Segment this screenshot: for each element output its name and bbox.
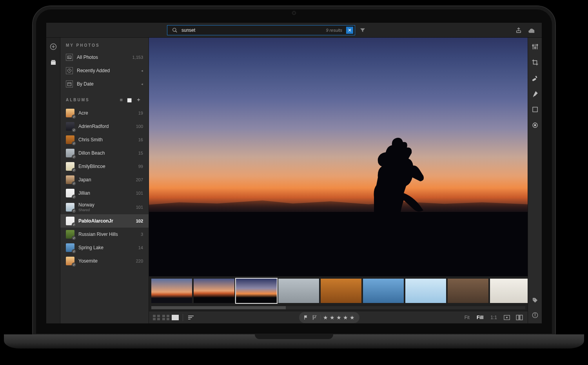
left-rail (46, 38, 60, 323)
svg-point-27 (534, 47, 535, 49)
svg-rect-30 (532, 78, 536, 81)
album-count: 101 (136, 191, 143, 195)
svg-point-29 (536, 44, 537, 46)
view-grid-small-button[interactable] (153, 315, 160, 320)
album-count: 220 (136, 259, 143, 263)
zoom-fit[interactable]: Fit (463, 315, 471, 320)
crop-icon[interactable] (531, 58, 539, 67)
filmstrip-thumbnail[interactable] (236, 279, 277, 303)
svg-rect-32 (533, 107, 537, 112)
main-area: ★★★★★ Fit Fill 1:1 (149, 38, 528, 323)
album-item[interactable]: ✓Spring Lake14 (60, 241, 149, 254)
album-view-grid-icon[interactable]: ▦ (125, 97, 134, 103)
album-item[interactable]: ✓Dillon Beach15 (60, 146, 149, 160)
album-item[interactable]: ✓AdrienRadford100 (60, 120, 149, 133)
radial-gradient-icon[interactable] (531, 121, 539, 130)
linear-gradient-icon[interactable] (531, 105, 539, 114)
star-icon[interactable]: ★ (336, 314, 342, 321)
album-view-list-icon[interactable]: ≡ (118, 97, 125, 103)
flag-rating-pill: ★★★★★ (299, 312, 359, 323)
svg-rect-31 (535, 76, 537, 78)
search-box[interactable]: 9 results ✕ (167, 25, 355, 35)
filmstrip (149, 276, 528, 306)
album-item[interactable]: ✓EmilyBlincoe99 (60, 160, 149, 173)
zoom-fill[interactable]: Fill (475, 315, 485, 320)
sort-icon[interactable] (187, 313, 196, 322)
healing-brush-icon[interactable] (531, 74, 539, 82)
svg-rect-7 (51, 60, 55, 61)
filmstrip-thumbnail[interactable] (278, 279, 319, 303)
filmstrip-thumbnail[interactable] (490, 279, 528, 303)
cloud-sync-icon[interactable] (528, 26, 536, 35)
album-item[interactable]: ✓Russian River Hills3 (60, 228, 149, 241)
filmstrip-scrollbar[interactable] (151, 306, 525, 309)
star-icon[interactable]: ★ (343, 314, 349, 321)
sync-badge-icon: ✓ (72, 209, 76, 213)
filmstrip-thumbnail[interactable] (405, 279, 446, 303)
sync-badge-icon: ✓ (72, 115, 76, 119)
laptop-camera (292, 11, 296, 15)
filmstrip-thumbnail[interactable] (321, 279, 361, 303)
nav-label: By Date (77, 81, 137, 87)
view-grid-large-button[interactable] (162, 315, 169, 320)
library-icon[interactable] (49, 58, 58, 67)
album-item[interactable]: ✓Jillian101 (60, 186, 149, 200)
album-item[interactable]: ✓Yosemite220 (60, 254, 149, 268)
nav-item-all-photos[interactable]: All Photos1,153 (60, 51, 149, 64)
chevron-left-icon: ◂ (141, 82, 143, 86)
album-item[interactable]: ✓Acre19 (60, 106, 149, 120)
album-item[interactable]: ✓Chris Smith16 (60, 133, 149, 146)
album-thumbnail: ✓ (66, 217, 74, 225)
filmstrip-thumbnail[interactable] (151, 279, 192, 303)
add-photos-icon[interactable] (49, 42, 58, 51)
album-name: AdrienRadford (78, 124, 109, 129)
album-item[interactable]: ✓NorwayShared101 (60, 200, 149, 214)
album-count: 16 (138, 137, 143, 142)
album-name: Acre (78, 110, 88, 116)
top-bar: 9 results ✕ (46, 23, 542, 38)
sync-badge-icon: ✓ (72, 263, 76, 267)
brush-icon[interactable] (531, 89, 539, 98)
myphotos-header: MY PHOTOS (60, 38, 149, 51)
sync-badge-icon: ✓ (72, 168, 76, 172)
star-icon[interactable]: ★ (323, 314, 329, 321)
album-count: 100 (136, 124, 143, 129)
photo-viewer[interactable] (149, 38, 528, 276)
star-rating[interactable]: ★★★★★ (323, 314, 356, 321)
svg-rect-16 (304, 315, 305, 319)
star-icon[interactable]: ★ (350, 314, 356, 321)
nav-item-by-date[interactable]: By Date◂ (60, 77, 149, 91)
filmstrip-thumbnail[interactable] (363, 279, 404, 303)
sync-badge-icon: ✓ (72, 141, 76, 146)
edit-sliders-icon[interactable] (531, 42, 539, 51)
album-thumbnail: ✓ (66, 109, 74, 117)
sync-badge-icon: ✓ (72, 181, 76, 186)
album-thumbnail: ✓ (66, 243, 74, 252)
zoom-1to1[interactable]: 1:1 (489, 315, 499, 320)
filmstrip-thumbnail[interactable] (448, 279, 488, 303)
clear-search-button[interactable]: ✕ (346, 27, 353, 34)
album-name: Dillon Beach (78, 150, 105, 156)
album-thumbnail: ✓ (66, 135, 74, 144)
album-count: 19 (138, 111, 143, 115)
album-item[interactable]: ✓Japan207 (60, 173, 149, 186)
tag-icon[interactable] (531, 296, 539, 305)
add-album-icon[interactable]: ＋ (134, 96, 144, 103)
album-name: Japan (78, 177, 91, 182)
show-original-icon[interactable] (503, 313, 511, 322)
info-icon[interactable] (531, 311, 539, 319)
share-icon[interactable] (514, 26, 523, 35)
compare-icon[interactable] (515, 313, 524, 322)
album-name: Norway (78, 202, 94, 208)
album-count: 14 (138, 245, 143, 250)
flag-pick-icon[interactable] (303, 313, 309, 322)
album-item[interactable]: ✓PabloAlarconJr102 (60, 214, 149, 228)
filter-icon[interactable] (358, 26, 367, 35)
filmstrip-thumbnail[interactable] (194, 279, 234, 303)
star-icon[interactable]: ★ (330, 314, 336, 321)
nav-item-recently-added[interactable]: Recently Added◂ (60, 64, 149, 77)
album-count: 207 (136, 177, 143, 182)
flag-reject-icon[interactable] (312, 313, 318, 322)
search-input[interactable] (181, 26, 323, 35)
view-single-button[interactable] (172, 315, 179, 320)
